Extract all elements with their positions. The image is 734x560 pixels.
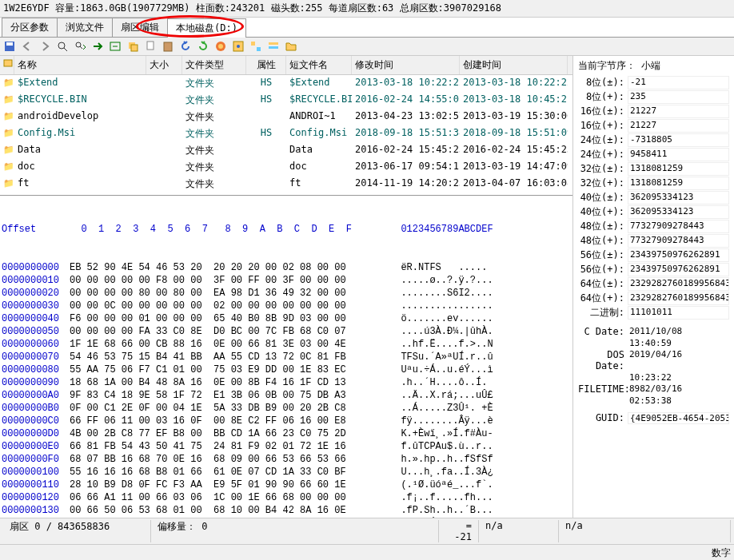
hdr-name[interactable]: 名称 bbox=[14, 56, 146, 74]
goto-sector-icon[interactable] bbox=[109, 40, 122, 53]
interp-label: 二进制: bbox=[578, 306, 628, 320]
hex-bytes: 68 07 BB 16 68 70 0E 16 68 09 00 66 53 6… bbox=[70, 453, 389, 466]
hex-offset: 0000000120 bbox=[2, 491, 70, 504]
tab-partition-params[interactable]: 分区参数 bbox=[2, 18, 58, 37]
open-folder-icon[interactable] bbox=[285, 40, 297, 53]
interp-value: 235 bbox=[628, 90, 729, 104]
hex-row[interactable]: 00000000F068 07 BB 16 68 70 0E 16 68 09 … bbox=[2, 453, 571, 466]
file-row[interactable]: androidDevelop 文件夹 ANDROI~1 2013-04-23 1… bbox=[0, 109, 572, 125]
hdr-attr[interactable]: 属性 bbox=[246, 56, 286, 74]
options-icon[interactable] bbox=[267, 40, 280, 53]
data-interpreter: 当前字节序： 小端 8位(±):-218位(+):23516位(±):21227… bbox=[573, 56, 734, 543]
file-row[interactable]: Data 文件夹 Data 2016-02-24 15:45:23 2016-0… bbox=[0, 142, 572, 159]
file-row[interactable]: $RECYCLE.BIN 文件夹 HS $RECYCLE.BIN 2016-02… bbox=[0, 92, 572, 109]
file-attr bbox=[246, 160, 286, 175]
file-name: Data bbox=[14, 143, 146, 158]
tab-browse-files[interactable]: 浏览文件 bbox=[57, 18, 113, 37]
hex-row[interactable]: 000000010055 16 16 16 68 B8 01 66 61 0E … bbox=[2, 466, 571, 479]
back-icon[interactable] bbox=[21, 40, 34, 53]
file-short: $RECYCLE.BIN bbox=[286, 93, 352, 108]
disk-info-bar: 1W2E6YDF 容量:1863.0GB(1907729MB) 柱面数:2432… bbox=[0, 0, 734, 18]
hex-offset: 0000000000 bbox=[2, 261, 70, 274]
hex-bytes: 06 66 A1 11 00 66 03 06 1C 00 1E 66 68 0… bbox=[70, 491, 389, 504]
hdr-ctime[interactable]: 创建时间 bbox=[460, 56, 568, 74]
interp-label: 32位(±): bbox=[578, 162, 628, 176]
hex-row[interactable]: 00000000601F 1E 68 66 00 CB 88 16 0E 00 … bbox=[2, 338, 571, 351]
save-icon[interactable] bbox=[3, 40, 16, 53]
file-type: 文件夹 bbox=[182, 109, 246, 125]
file-size bbox=[146, 109, 182, 125]
hdr-short[interactable]: 短文件名 bbox=[286, 56, 352, 74]
hex-row[interactable]: 000000012006 66 A1 11 00 66 03 06 1C 00 … bbox=[2, 491, 571, 504]
hex-row[interactable]: 000000011028 10 B9 D8 0F FC F3 AA E9 5F … bbox=[2, 479, 571, 491]
interpreter-row: 64位(±):2329282760189956843 bbox=[578, 277, 729, 291]
status-sector: 扇区 0 / 843658836 bbox=[3, 520, 151, 542]
hex-row[interactable]: 000000001000 00 00 00 00 F8 00 00 3F 00 … bbox=[2, 274, 571, 287]
date-label bbox=[578, 395, 628, 406]
date-row: 02:53:38 bbox=[578, 395, 729, 406]
file-ctime: 2013-04-07 16:03:08 bbox=[460, 177, 568, 192]
hex-offset: 00000000F0 bbox=[2, 453, 70, 466]
hex-offset: 00000000C0 bbox=[2, 415, 70, 427]
bookmark-icon[interactable] bbox=[232, 40, 245, 53]
hex-hdr-offset: Offset bbox=[2, 223, 70, 236]
interpreter-row: 二进制:11101011 bbox=[578, 306, 729, 320]
hdr-icon[interactable] bbox=[0, 56, 14, 74]
hex-row[interactable]: 000000002000 00 00 00 80 00 80 00 EA 98 … bbox=[2, 287, 571, 300]
interp-label: 40位(±): bbox=[578, 191, 628, 205]
hex-row[interactable]: 000000005000 00 00 00 FA 33 C0 8E D0 BC … bbox=[2, 325, 571, 338]
file-attr bbox=[246, 143, 286, 158]
hex-row[interactable]: 00000000B00F 00 C1 2E 0F 00 04 1E 5A 33 … bbox=[2, 402, 571, 415]
copy-icon[interactable] bbox=[144, 40, 157, 53]
hex-ascii: h.».hp..h..fSfSf bbox=[389, 453, 493, 466]
hdr-type[interactable]: 文件类型 bbox=[182, 56, 246, 74]
hex-offset: 0000000050 bbox=[2, 325, 70, 338]
undo-icon[interactable] bbox=[179, 40, 192, 53]
hex-row[interactable]: 000000013000 66 50 06 53 68 01 00 68 10 … bbox=[2, 504, 571, 517]
struct-icon[interactable] bbox=[249, 40, 262, 53]
goto-icon[interactable] bbox=[91, 40, 104, 53]
hex-row[interactable]: 00000000C066 FF 06 11 00 03 16 0F 00 8E … bbox=[2, 415, 571, 427]
interpreter-row: 40位(±):362095334123 bbox=[578, 191, 729, 205]
hex-row[interactable]: 000000008055 AA 75 06 F7 C1 01 00 75 03 … bbox=[2, 363, 571, 376]
hex-row[interactable]: 000000007054 46 53 75 15 B4 41 BB AA 55 … bbox=[2, 351, 571, 363]
date-value: 10:23:22 bbox=[628, 372, 729, 383]
interp-value: 362095334123 bbox=[628, 205, 729, 219]
hex-row[interactable]: 0000000040F6 00 00 00 01 00 00 00 65 40 … bbox=[2, 312, 571, 325]
hex-ascii: ................ bbox=[389, 300, 493, 312]
forward-icon[interactable] bbox=[38, 40, 51, 53]
file-row[interactable]: $Extend 文件夹 HS $Extend 2013-03-18 10:22:… bbox=[0, 75, 572, 92]
paste-icon[interactable] bbox=[162, 40, 174, 53]
hex-row[interactable]: 00000000E066 81 FB 54 43 50 41 75 24 81 … bbox=[2, 440, 571, 453]
hex-editor[interactable]: Offset 0 1 2 3 4 5 6 7 8 9 A B C D E F 0… bbox=[0, 196, 572, 543]
svg-rect-1 bbox=[6, 42, 13, 46]
file-ctime: 2013-03-19 15:30:06 bbox=[460, 109, 568, 125]
tab-local-disk-d[interactable]: 本地磁盘(D:) bbox=[167, 18, 246, 38]
search-icon[interactable] bbox=[56, 40, 69, 53]
file-type: 文件夹 bbox=[182, 160, 246, 175]
hex-ascii: .h..´H....ô..Í. bbox=[389, 376, 487, 389]
copy-block-icon[interactable] bbox=[126, 40, 139, 53]
file-row[interactable]: ft 文件夹 ft 2014-11-19 14:20:23 2013-04-07… bbox=[0, 176, 572, 193]
hex-offset: 00000000A0 bbox=[2, 389, 70, 402]
hdr-size[interactable]: 大小 bbox=[146, 56, 182, 74]
hex-row[interactable]: 00000000D04B 00 2B C8 77 EF B8 00 BB CD … bbox=[2, 427, 571, 440]
interpreter-row: 16位(±):21227 bbox=[578, 105, 729, 118]
tab-sector-edit[interactable]: 扇区编辑 bbox=[112, 18, 168, 37]
hex-row[interactable]: 000000009018 68 1A 00 B4 48 8A 16 0E 00 … bbox=[2, 376, 571, 389]
hdr-mtime[interactable]: 修改时间 bbox=[352, 56, 460, 74]
date-row: FILETIME:8982/03/16 bbox=[578, 383, 729, 395]
guid-label: GUID: bbox=[578, 412, 628, 424]
search-next-icon[interactable] bbox=[74, 40, 86, 53]
hex-row[interactable]: 0000000000EB 52 90 4E 54 46 53 20 20 20 … bbox=[2, 261, 571, 274]
file-row[interactable]: doc 文件夹 doc 2013-06-17 09:54:11 2013-03-… bbox=[0, 159, 572, 176]
hex-row[interactable]: 000000003000 00 0C 00 00 00 00 00 02 00 … bbox=[2, 300, 571, 312]
redo-icon[interactable] bbox=[197, 40, 209, 53]
interpret-icon[interactable] bbox=[214, 40, 227, 53]
interp-value: 77327909278443 bbox=[628, 220, 729, 233]
file-row[interactable]: Config.Msi 文件夹 HS Config.Msi 2018-09-18 … bbox=[0, 125, 572, 142]
file-mtime: 2013-04-23 13:02:57 bbox=[352, 109, 460, 125]
file-name: ft bbox=[14, 177, 146, 192]
hex-row[interactable]: 00000000A09F 83 C4 18 9E 58 1F 72 E1 3B … bbox=[2, 389, 571, 402]
hex-bytes: 00 00 00 00 00 F8 00 00 3F 00 FF 00 3F 0… bbox=[70, 274, 389, 287]
